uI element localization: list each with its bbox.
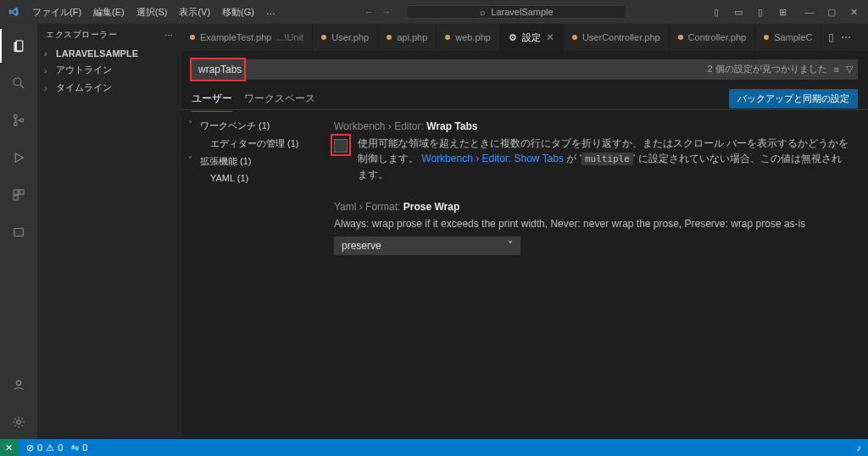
explorer-icon[interactable] [0, 29, 37, 63]
sidebar-section-timeline[interactable]: タイムライン [37, 79, 181, 97]
settings-tree-node[interactable]: 拡張機能 (1) [185, 153, 314, 170]
extensions-icon[interactable] [0, 178, 37, 212]
settings-tree-node[interactable]: ワークベンチ (1) [185, 117, 314, 135]
editor-tab[interactable]: UserController.php [564, 24, 670, 51]
setting-wrap-tabs: Workbench › Editor: Wrap Tabs 使用可能な領域を超え… [334, 120, 851, 182]
tab-label: Controller.php [688, 32, 747, 42]
tab-label: User.php [331, 32, 369, 42]
menu-view[interactable]: 表示(V) [174, 3, 215, 22]
tab-label: web.php [455, 32, 491, 42]
menu-go[interactable]: 移動(G) [217, 3, 259, 22]
menu-edit[interactable]: 編集(E) [88, 3, 130, 22]
layout-icon-2[interactable]: ▭ [731, 7, 746, 18]
tab-path: ...\Unit [276, 32, 303, 42]
settings-clear-icon[interactable]: ▽ [846, 64, 853, 75]
file-type-icon [572, 35, 577, 40]
editor-tab[interactable]: ⚙設定✕ [500, 24, 564, 51]
workspace-name: LaravelSample [491, 7, 553, 17]
menu-file[interactable]: ファイル(F) [27, 3, 86, 22]
backup-sync-button[interactable]: バックアップと同期の設定 [729, 89, 858, 108]
close-icon[interactable]: ✕ [546, 31, 554, 43]
svg-rect-7 [14, 229, 24, 236]
layout-icon-4[interactable]: ⊞ [775, 7, 790, 18]
layout-icon-1[interactable]: ▯ [709, 7, 724, 18]
editor-tabs: ExampleTest.php ...\UnitUser.phpapi.phpw… [181, 24, 868, 51]
file-type-icon [764, 35, 769, 40]
svg-rect-4 [14, 190, 18, 194]
window-minimize[interactable]: — [802, 7, 817, 18]
vscode-icon [0, 6, 27, 18]
title-bar: ファイル(F) 編集(E) 選択(S) 表示(V) 移動(G) … ← → ⌕ … [0, 0, 868, 24]
settings-tree-node[interactable]: YAML (1) [185, 170, 314, 186]
sidebar-section-outline[interactable]: アウトライン [37, 61, 181, 79]
editor-tab[interactable]: ExampleTest.php ...\Unit [181, 24, 313, 51]
file-type-icon [190, 35, 195, 40]
tab-label: api.php [397, 32, 427, 42]
file-type-icon [321, 35, 326, 40]
editor-tab[interactable]: User.php [313, 24, 378, 51]
svg-rect-6 [14, 196, 18, 200]
svg-point-3 [20, 119, 24, 122]
prose-wrap-select[interactable]: preserve ˅ [334, 236, 520, 255]
tab-label: SampleC [774, 32, 812, 42]
sidebar-title: エクスプローラー [46, 29, 117, 41]
setting-name: Wrap Tabs [426, 120, 477, 132]
settings-tree-node[interactable]: エディターの管理 (1) [185, 135, 314, 153]
file-type-icon [387, 35, 392, 40]
window-close[interactable]: ✕ [846, 7, 861, 18]
settings-header: ユーザー ワークスペース バックアップと同期の設定 [181, 85, 868, 110]
editor-tab[interactable]: api.php [378, 24, 437, 51]
setting-link[interactable]: Workbench › Editor: Show Tabs [421, 153, 564, 164]
scope-user[interactable]: ユーザー [192, 86, 232, 112]
chevron-down-icon: ˅ [508, 240, 513, 252]
settings-filter-icon[interactable]: ≡ [834, 64, 839, 75]
svg-point-1 [14, 115, 17, 119]
scope-workspace[interactable]: ワークスペース [244, 86, 315, 112]
sidebar: エクスプローラー ⋯ LARAVELSAMPLE アウトライン タイムライン [37, 24, 181, 439]
svg-rect-5 [19, 190, 24, 194]
status-ports[interactable]: ⇋0 [71, 442, 87, 453]
split-editor-icon[interactable]: ▯ [828, 31, 834, 43]
search-icon[interactable] [0, 66, 37, 100]
file-type-icon [445, 35, 450, 40]
editor-area: ExampleTest.php ...\UnitUser.phpapi.phpw… [181, 24, 868, 439]
editor-tab[interactable]: web.php [437, 24, 500, 51]
sidebar-section-project[interactable]: LARAVELSAMPLE [37, 46, 181, 61]
menu-more[interactable]: … [261, 3, 281, 22]
status-problems[interactable]: ⊘0 ⚠0 [26, 442, 63, 453]
setting-category: Workbench › Editor: [334, 120, 424, 132]
window-maximize[interactable]: ▢ [824, 7, 839, 18]
settings-tree: ワークベンチ (1)エディターの管理 (1)拡張機能 (1)YAML (1) [181, 110, 317, 439]
tab-label: UserController.php [582, 32, 660, 42]
setting-prose-wrap: Yaml › Format: Prose Wrap Always: wrap p… [334, 201, 851, 255]
sidebar-more-icon[interactable]: ⋯ [164, 31, 174, 40]
setting-name: Prose Wrap [403, 201, 459, 213]
json-icon[interactable] [0, 215, 37, 249]
code-value: multiple [581, 153, 633, 165]
editor-tab[interactable]: Controller.php [670, 24, 756, 51]
select-value: preserve [342, 240, 381, 252]
notification-bell-icon[interactable]: ♪ [857, 442, 862, 453]
warning-icon: ⚠ [46, 442, 54, 453]
run-debug-icon[interactable] [0, 141, 37, 175]
file-type-icon [678, 35, 683, 40]
search-icon: ⌕ [480, 7, 486, 17]
source-control-icon[interactable] [0, 103, 37, 137]
more-icon[interactable]: ⋯ [841, 31, 851, 43]
editor-tab[interactable]: SampleC [755, 24, 821, 51]
tab-label: ExampleTest.php [200, 32, 271, 42]
menu-select[interactable]: 選択(S) [131, 3, 173, 22]
svg-point-2 [14, 123, 17, 126]
account-icon[interactable] [0, 368, 37, 402]
activity-bar [0, 24, 37, 439]
layout-icon-3[interactable]: ▯ [753, 7, 768, 18]
remote-indicator[interactable]: ✕ [0, 439, 18, 456]
settings-results-count: 2 個の設定が見つかりました [707, 63, 826, 75]
settings-gear-icon[interactable] [0, 405, 37, 439]
command-center[interactable]: ⌕ LaravelSample [406, 5, 626, 19]
nav-back-icon[interactable]: ← [364, 7, 373, 17]
nav-forward-icon[interactable]: → [381, 7, 391, 17]
wrap-tabs-checkbox[interactable] [334, 139, 348, 153]
setting-category: Yaml › Format: [334, 201, 400, 213]
tab-label: 設定 [522, 31, 541, 44]
